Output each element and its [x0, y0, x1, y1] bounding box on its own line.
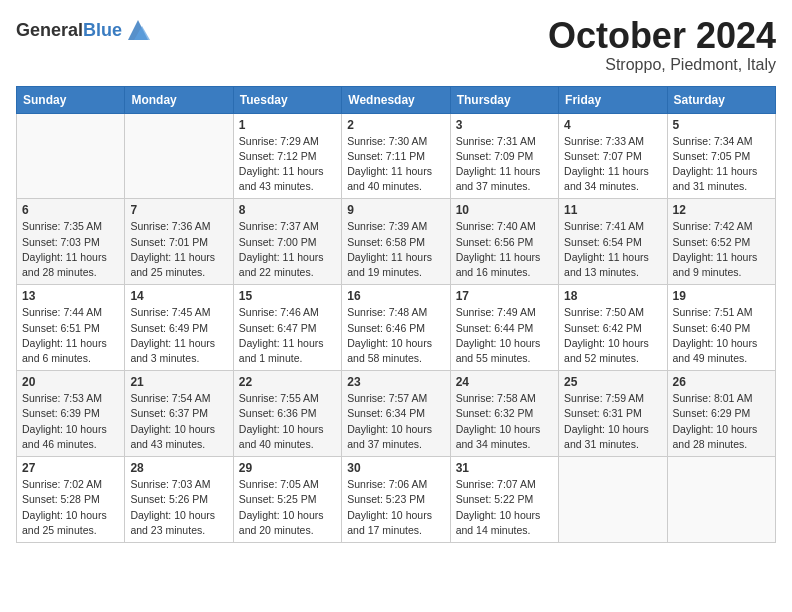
day-info: Sunrise: 7:34 AMSunset: 7:05 PMDaylight:…	[673, 134, 770, 195]
calendar-header-sunday: Sunday	[17, 86, 125, 113]
logo-blue: Blue	[83, 20, 122, 40]
calendar-cell: 8Sunrise: 7:37 AMSunset: 7:00 PMDaylight…	[233, 199, 341, 285]
calendar-cell: 10Sunrise: 7:40 AMSunset: 6:56 PMDayligh…	[450, 199, 558, 285]
logo: GeneralBlue	[16, 16, 152, 44]
calendar-header-monday: Monday	[125, 86, 233, 113]
day-info: Sunrise: 7:07 AMSunset: 5:22 PMDaylight:…	[456, 477, 553, 538]
day-info: Sunrise: 7:42 AMSunset: 6:52 PMDaylight:…	[673, 219, 770, 280]
logo-icon	[124, 16, 152, 44]
day-info: Sunrise: 8:01 AMSunset: 6:29 PMDaylight:…	[673, 391, 770, 452]
day-number: 24	[456, 375, 553, 389]
calendar-cell: 21Sunrise: 7:54 AMSunset: 6:37 PMDayligh…	[125, 371, 233, 457]
calendar-cell: 20Sunrise: 7:53 AMSunset: 6:39 PMDayligh…	[17, 371, 125, 457]
calendar-week-4: 27Sunrise: 7:02 AMSunset: 5:28 PMDayligh…	[17, 457, 776, 543]
day-number: 13	[22, 289, 119, 303]
calendar-cell	[17, 113, 125, 199]
calendar-cell: 26Sunrise: 8:01 AMSunset: 6:29 PMDayligh…	[667, 371, 775, 457]
day-number: 28	[130, 461, 227, 475]
day-info: Sunrise: 7:37 AMSunset: 7:00 PMDaylight:…	[239, 219, 336, 280]
day-info: Sunrise: 7:40 AMSunset: 6:56 PMDaylight:…	[456, 219, 553, 280]
calendar-cell: 24Sunrise: 7:58 AMSunset: 6:32 PMDayligh…	[450, 371, 558, 457]
day-number: 10	[456, 203, 553, 217]
location: Stroppo, Piedmont, Italy	[548, 56, 776, 74]
day-info: Sunrise: 7:50 AMSunset: 6:42 PMDaylight:…	[564, 305, 661, 366]
day-info: Sunrise: 7:51 AMSunset: 6:40 PMDaylight:…	[673, 305, 770, 366]
calendar-cell: 7Sunrise: 7:36 AMSunset: 7:01 PMDaylight…	[125, 199, 233, 285]
calendar-cell: 22Sunrise: 7:55 AMSunset: 6:36 PMDayligh…	[233, 371, 341, 457]
day-info: Sunrise: 7:46 AMSunset: 6:47 PMDaylight:…	[239, 305, 336, 366]
calendar-cell: 9Sunrise: 7:39 AMSunset: 6:58 PMDaylight…	[342, 199, 450, 285]
day-info: Sunrise: 7:45 AMSunset: 6:49 PMDaylight:…	[130, 305, 227, 366]
calendar-header-row: SundayMondayTuesdayWednesdayThursdayFrid…	[17, 86, 776, 113]
day-number: 27	[22, 461, 119, 475]
day-info: Sunrise: 7:57 AMSunset: 6:34 PMDaylight:…	[347, 391, 444, 452]
title-block: October 2024 Stroppo, Piedmont, Italy	[548, 16, 776, 74]
day-info: Sunrise: 7:53 AMSunset: 6:39 PMDaylight:…	[22, 391, 119, 452]
day-number: 5	[673, 118, 770, 132]
day-info: Sunrise: 7:29 AMSunset: 7:12 PMDaylight:…	[239, 134, 336, 195]
page-header: GeneralBlue October 2024 Stroppo, Piedmo…	[16, 16, 776, 74]
day-number: 19	[673, 289, 770, 303]
calendar-cell: 13Sunrise: 7:44 AMSunset: 6:51 PMDayligh…	[17, 285, 125, 371]
calendar-cell: 4Sunrise: 7:33 AMSunset: 7:07 PMDaylight…	[559, 113, 667, 199]
day-number: 6	[22, 203, 119, 217]
day-number: 17	[456, 289, 553, 303]
day-number: 25	[564, 375, 661, 389]
day-number: 14	[130, 289, 227, 303]
calendar-header-tuesday: Tuesday	[233, 86, 341, 113]
day-number: 30	[347, 461, 444, 475]
day-info: Sunrise: 7:58 AMSunset: 6:32 PMDaylight:…	[456, 391, 553, 452]
calendar-cell	[125, 113, 233, 199]
calendar-week-1: 6Sunrise: 7:35 AMSunset: 7:03 PMDaylight…	[17, 199, 776, 285]
calendar-cell: 23Sunrise: 7:57 AMSunset: 6:34 PMDayligh…	[342, 371, 450, 457]
calendar-cell: 3Sunrise: 7:31 AMSunset: 7:09 PMDaylight…	[450, 113, 558, 199]
day-number: 12	[673, 203, 770, 217]
day-number: 23	[347, 375, 444, 389]
day-info: Sunrise: 7:48 AMSunset: 6:46 PMDaylight:…	[347, 305, 444, 366]
calendar-cell: 16Sunrise: 7:48 AMSunset: 6:46 PMDayligh…	[342, 285, 450, 371]
day-info: Sunrise: 7:54 AMSunset: 6:37 PMDaylight:…	[130, 391, 227, 452]
calendar-cell: 15Sunrise: 7:46 AMSunset: 6:47 PMDayligh…	[233, 285, 341, 371]
day-info: Sunrise: 7:59 AMSunset: 6:31 PMDaylight:…	[564, 391, 661, 452]
calendar-cell: 18Sunrise: 7:50 AMSunset: 6:42 PMDayligh…	[559, 285, 667, 371]
day-info: Sunrise: 7:36 AMSunset: 7:01 PMDaylight:…	[130, 219, 227, 280]
day-number: 15	[239, 289, 336, 303]
day-number: 20	[22, 375, 119, 389]
calendar-cell: 19Sunrise: 7:51 AMSunset: 6:40 PMDayligh…	[667, 285, 775, 371]
calendar-cell: 12Sunrise: 7:42 AMSunset: 6:52 PMDayligh…	[667, 199, 775, 285]
day-info: Sunrise: 7:35 AMSunset: 7:03 PMDaylight:…	[22, 219, 119, 280]
month-title: October 2024	[548, 16, 776, 56]
day-info: Sunrise: 7:03 AMSunset: 5:26 PMDaylight:…	[130, 477, 227, 538]
logo-general: General	[16, 20, 83, 40]
calendar-header-wednesday: Wednesday	[342, 86, 450, 113]
calendar-header-friday: Friday	[559, 86, 667, 113]
day-number: 4	[564, 118, 661, 132]
day-info: Sunrise: 7:49 AMSunset: 6:44 PMDaylight:…	[456, 305, 553, 366]
calendar-cell: 25Sunrise: 7:59 AMSunset: 6:31 PMDayligh…	[559, 371, 667, 457]
day-info: Sunrise: 7:05 AMSunset: 5:25 PMDaylight:…	[239, 477, 336, 538]
day-info: Sunrise: 7:02 AMSunset: 5:28 PMDaylight:…	[22, 477, 119, 538]
day-number: 3	[456, 118, 553, 132]
day-number: 1	[239, 118, 336, 132]
day-info: Sunrise: 7:06 AMSunset: 5:23 PMDaylight:…	[347, 477, 444, 538]
calendar-header-saturday: Saturday	[667, 86, 775, 113]
day-info: Sunrise: 7:41 AMSunset: 6:54 PMDaylight:…	[564, 219, 661, 280]
day-number: 7	[130, 203, 227, 217]
day-number: 8	[239, 203, 336, 217]
calendar-cell: 5Sunrise: 7:34 AMSunset: 7:05 PMDaylight…	[667, 113, 775, 199]
calendar-week-3: 20Sunrise: 7:53 AMSunset: 6:39 PMDayligh…	[17, 371, 776, 457]
day-number: 29	[239, 461, 336, 475]
calendar-cell: 2Sunrise: 7:30 AMSunset: 7:11 PMDaylight…	[342, 113, 450, 199]
day-info: Sunrise: 7:55 AMSunset: 6:36 PMDaylight:…	[239, 391, 336, 452]
day-info: Sunrise: 7:30 AMSunset: 7:11 PMDaylight:…	[347, 134, 444, 195]
calendar-cell: 29Sunrise: 7:05 AMSunset: 5:25 PMDayligh…	[233, 457, 341, 543]
day-number: 16	[347, 289, 444, 303]
day-number: 26	[673, 375, 770, 389]
calendar-cell: 17Sunrise: 7:49 AMSunset: 6:44 PMDayligh…	[450, 285, 558, 371]
calendar-cell: 27Sunrise: 7:02 AMSunset: 5:28 PMDayligh…	[17, 457, 125, 543]
day-number: 9	[347, 203, 444, 217]
calendar-cell: 31Sunrise: 7:07 AMSunset: 5:22 PMDayligh…	[450, 457, 558, 543]
calendar-cell: 28Sunrise: 7:03 AMSunset: 5:26 PMDayligh…	[125, 457, 233, 543]
calendar-cell	[559, 457, 667, 543]
calendar-header-thursday: Thursday	[450, 86, 558, 113]
